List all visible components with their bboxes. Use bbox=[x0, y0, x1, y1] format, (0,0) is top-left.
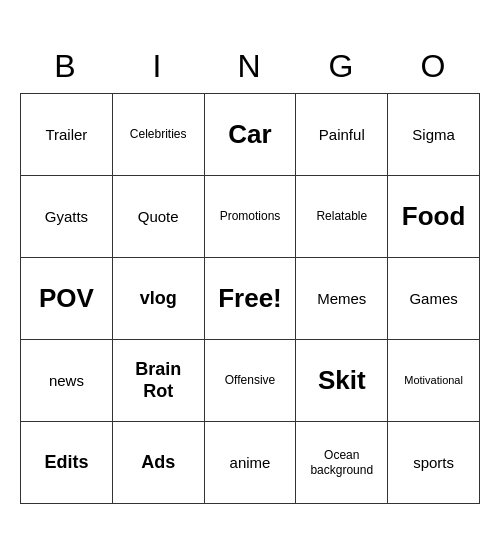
bingo-cell: Ocean background bbox=[296, 422, 388, 504]
cell-text: Ads bbox=[141, 452, 175, 474]
bingo-grid: TrailerCelebritiesCarPainfulSigmaGyattsQ… bbox=[20, 93, 480, 504]
cell-text: Gyatts bbox=[45, 208, 88, 226]
bingo-cell: POV bbox=[21, 258, 113, 340]
bingo-cell: Car bbox=[205, 94, 297, 176]
bingo-cell: Edits bbox=[21, 422, 113, 504]
cell-text: Ocean background bbox=[310, 448, 373, 477]
header-letter: N bbox=[204, 40, 296, 93]
bingo-cell: Relatable bbox=[296, 176, 388, 258]
bingo-cell: anime bbox=[205, 422, 297, 504]
bingo-cell: Gyatts bbox=[21, 176, 113, 258]
bingo-cell: Motivational bbox=[388, 340, 480, 422]
cell-text: Memes bbox=[317, 290, 366, 308]
bingo-card: BINGO TrailerCelebritiesCarPainfulSigmaG… bbox=[20, 40, 480, 504]
cell-text: POV bbox=[39, 283, 94, 314]
header-letter: I bbox=[112, 40, 204, 93]
cell-text: Painful bbox=[319, 126, 365, 144]
bingo-cell: sports bbox=[388, 422, 480, 504]
header-letter: O bbox=[388, 40, 480, 93]
cell-text: Free! bbox=[218, 283, 282, 314]
cell-text: Quote bbox=[138, 208, 179, 226]
cell-text: Offensive bbox=[225, 373, 275, 387]
bingo-cell: Trailer bbox=[21, 94, 113, 176]
cell-text: Relatable bbox=[316, 209, 367, 223]
bingo-cell: Games bbox=[388, 258, 480, 340]
cell-text: Celebrities bbox=[130, 127, 187, 141]
bingo-cell: Memes bbox=[296, 258, 388, 340]
bingo-cell: Painful bbox=[296, 94, 388, 176]
cell-text: Car bbox=[228, 119, 271, 150]
cell-text: anime bbox=[230, 454, 271, 472]
header-letter: B bbox=[20, 40, 112, 93]
cell-text: Skit bbox=[318, 365, 366, 396]
cell-text: Sigma bbox=[412, 126, 455, 144]
bingo-cell: Promotions bbox=[205, 176, 297, 258]
cell-text: Brain Rot bbox=[135, 359, 181, 402]
bingo-cell: Quote bbox=[113, 176, 205, 258]
bingo-cell: Celebrities bbox=[113, 94, 205, 176]
header-letter: G bbox=[296, 40, 388, 93]
bingo-cell: Free! bbox=[205, 258, 297, 340]
cell-text: sports bbox=[413, 454, 454, 472]
cell-text: Food bbox=[402, 201, 466, 232]
cell-text: vlog bbox=[140, 288, 177, 310]
bingo-cell: Food bbox=[388, 176, 480, 258]
cell-text: Edits bbox=[44, 452, 88, 474]
bingo-header: BINGO bbox=[20, 40, 480, 93]
bingo-cell: vlog bbox=[113, 258, 205, 340]
bingo-cell: news bbox=[21, 340, 113, 422]
cell-text: news bbox=[49, 372, 84, 390]
bingo-cell: Ads bbox=[113, 422, 205, 504]
cell-text: Games bbox=[409, 290, 457, 308]
cell-text: Promotions bbox=[220, 209, 281, 223]
cell-text: Trailer bbox=[45, 126, 87, 144]
bingo-cell: Skit bbox=[296, 340, 388, 422]
bingo-cell: Sigma bbox=[388, 94, 480, 176]
cell-text: Motivational bbox=[404, 374, 463, 387]
bingo-cell: Offensive bbox=[205, 340, 297, 422]
bingo-cell: Brain Rot bbox=[113, 340, 205, 422]
